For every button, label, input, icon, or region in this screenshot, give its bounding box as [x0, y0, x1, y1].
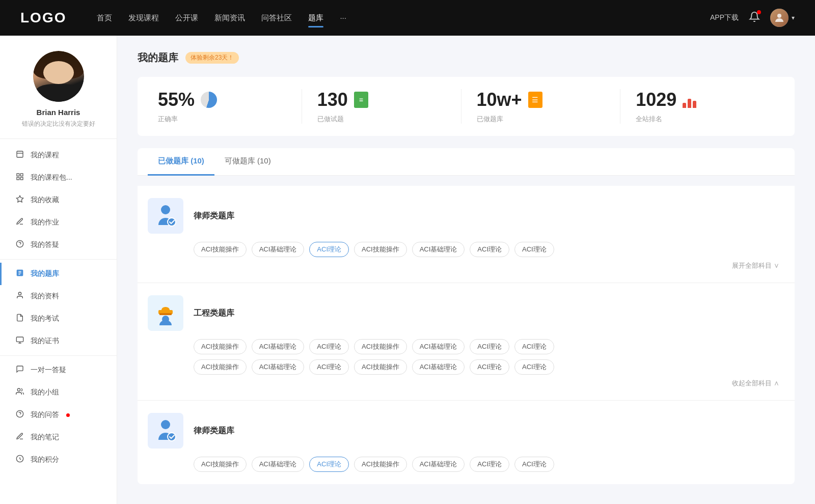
- tag-l2-aci-skill-op-1[interactable]: ACI技能操作: [194, 457, 247, 472]
- bank-expand-lawyer-1[interactable]: 展开全部科目 ∨: [148, 261, 784, 270]
- tag-eng-aci-basic-theory-2[interactable]: ACI基础理论: [412, 339, 465, 354]
- bank-tags-engineer-1-row1: ACI技能操作 ACI基础理论 ACI理论 ACI技能操作 ACI基础理论 AC…: [194, 339, 784, 354]
- sidebar-item-certificate[interactable]: 我的证书: [0, 330, 117, 352]
- tag-aci-skill-op-1[interactable]: ACI技能操作: [194, 242, 247, 257]
- tag-aci-theory-1[interactable]: ACI理论: [470, 242, 509, 257]
- nav-qa[interactable]: 问答社区: [261, 11, 292, 25]
- sidebar-label-group: 我的小组: [31, 388, 59, 397]
- bank-item-engineer-1-header: 工程类题库: [148, 295, 784, 331]
- tag-eng-aci-basic-theory-1[interactable]: ACI基础理论: [252, 339, 305, 354]
- tab-done-banks[interactable]: 已做题库 (10): [148, 148, 214, 176]
- nav-news[interactable]: 新闻资讯: [214, 11, 245, 25]
- svg-rect-3: [17, 174, 19, 176]
- stat-done-questions: 130 ≡ 已做试题: [302, 89, 461, 124]
- sidebar: Brian Harris 错误的决定比没有决定要好 我的课程 我的课程包...: [0, 36, 117, 504]
- tag-eng2-aci-skill-op-2[interactable]: ACI技能操作: [354, 359, 407, 375]
- nav-discover[interactable]: 发现课程: [128, 11, 159, 25]
- bank-collapse-engineer-1[interactable]: 收起全部科目 ∧: [148, 379, 784, 388]
- tag-eng2-aci-basic-theory-2[interactable]: ACI基础理论: [412, 359, 465, 375]
- tag-l2-aci-theory-2[interactable]: ACI理论: [514, 457, 554, 472]
- tag-eng2-aci-theory-3[interactable]: ACI理论: [514, 359, 554, 375]
- sidebar-label-favorites: 我的收藏: [31, 195, 59, 205]
- bank-title-lawyer-1: 律师类题库: [194, 211, 234, 221]
- logo: LOGO: [20, 10, 66, 26]
- sidebar-item-answers[interactable]: 我的答疑: [0, 234, 117, 256]
- tag-l2-aci-theory-1[interactable]: ACI理论: [470, 457, 509, 472]
- tag-aci-skill-op-2[interactable]: ACI技能操作: [354, 242, 407, 257]
- nav-questionbank[interactable]: 题库: [308, 11, 323, 25]
- nav-more[interactable]: ···: [340, 11, 346, 25]
- engineer-icon-1: [154, 301, 177, 325]
- bank-tags-engineer-1-row2: ACI技能操作 ACI基础理论 ACI理论 ACI技能操作 ACI基础理论 AC…: [194, 359, 784, 375]
- profile-avatar: [33, 51, 84, 102]
- bank-item-lawyer-1: 律师类题库 ACI技能操作 ACI基础理论 ACI理论 ACI技能操作 ACI基…: [138, 186, 795, 283]
- bank-title-lawyer-2: 律师类题库: [194, 426, 234, 436]
- tag-aci-theory-active-1[interactable]: ACI理论: [309, 242, 349, 257]
- tag-eng2-aci-basic-theory-1[interactable]: ACI基础理论: [252, 359, 305, 375]
- tab-available-banks[interactable]: 可做题库 (10): [214, 148, 281, 176]
- sidebar-item-notes[interactable]: 我的笔记: [0, 426, 117, 449]
- myquestions-dot: [66, 413, 70, 417]
- user-menu[interactable]: ▾: [770, 9, 795, 27]
- tag-l2-aci-skill-op-2[interactable]: ACI技能操作: [354, 457, 407, 472]
- tag-aci-theory-2[interactable]: ACI理论: [514, 242, 554, 257]
- sidebar-item-profile[interactable]: 我的资料: [0, 285, 117, 307]
- tag-eng-aci-theory-3[interactable]: ACI理论: [514, 339, 554, 354]
- sidebar-item-exam[interactable]: 我的考试: [0, 307, 117, 330]
- svg-point-25: [161, 420, 170, 429]
- stat-rank-value: 1029: [636, 89, 676, 110]
- sidebar-item-my-questions[interactable]: 我的问答: [0, 404, 117, 426]
- tag-eng-aci-skill-op-1[interactable]: ACI技能操作: [194, 339, 247, 354]
- trial-badge: 体验剩余23天！: [185, 52, 239, 64]
- svg-point-20: [161, 205, 170, 214]
- sidebar-item-one-on-one[interactable]: 一对一答疑: [0, 359, 117, 381]
- tag-eng-aci-theory-2[interactable]: ACI理论: [470, 339, 509, 354]
- questionbank-icon: [15, 269, 24, 279]
- stat-done-questions-value: 130: [317, 89, 348, 110]
- tag-aci-basic-theory-2[interactable]: ACI基础理论: [412, 242, 465, 257]
- tag-l2-aci-basic-theory-1[interactable]: ACI基础理论: [252, 457, 305, 472]
- pie-chart-icon: [201, 92, 217, 108]
- sidebar-item-homework[interactable]: 我的作业: [0, 211, 117, 234]
- myquestions-icon: [15, 410, 24, 420]
- bell-button[interactable]: [749, 11, 760, 24]
- tag-eng-aci-theory-1[interactable]: ACI理论: [309, 339, 349, 354]
- stat-done-banks-value: 10w+: [477, 89, 522, 110]
- sidebar-item-group[interactable]: 我的小组: [0, 381, 117, 404]
- app-download-button[interactable]: APP下载: [710, 13, 739, 22]
- nav-home[interactable]: 首页: [97, 11, 112, 25]
- stat-rank-row: 1029: [636, 89, 699, 110]
- nav-open[interactable]: 公开课: [175, 11, 198, 25]
- tag-eng-aci-skill-op-2[interactable]: ACI技能操作: [354, 339, 407, 354]
- sidebar-profile: Brian Harris 错误的决定比没有决定要好: [0, 51, 117, 139]
- tag-eng2-aci-skill-op-1[interactable]: ACI技能操作: [194, 359, 247, 375]
- sidebar-item-question-bank[interactable]: 我的题库: [0, 263, 117, 285]
- tag-eng2-aci-theory-1[interactable]: ACI理论: [309, 359, 349, 375]
- courses-icon: [15, 150, 24, 160]
- tag-aci-basic-theory-1[interactable]: ACI基础理论: [252, 242, 305, 257]
- doc-icon: ≡: [354, 92, 368, 108]
- profile-name: Brian Harris: [37, 108, 80, 117]
- sidebar-item-favorites[interactable]: 我的收藏: [0, 189, 117, 211]
- sidebar-item-points[interactable]: 我的积分: [0, 449, 117, 471]
- notes-icon: [15, 432, 24, 442]
- sidebar-item-courses[interactable]: 我的课程: [0, 144, 117, 166]
- tag-l2-aci-basic-theory-2[interactable]: ACI基础理论: [412, 457, 465, 472]
- svg-point-0: [777, 14, 781, 18]
- bank-item-lawyer-2: 律师类题库 ACI技能操作 ACI基础理论 ACI理论 ACI技能操作 ACI基…: [138, 401, 795, 484]
- stat-rank-label: 全站排名: [636, 115, 662, 124]
- svg-rect-4: [20, 174, 23, 176]
- chart-icon: [683, 92, 699, 108]
- header-nav: 首页 发现课程 公开课 新闻资讯 问答社区 题库 ···: [97, 11, 710, 25]
- page-title: 我的题库: [138, 51, 178, 65]
- tag-eng2-aci-theory-2[interactable]: ACI理论: [470, 359, 509, 375]
- sidebar-label-answers: 我的答疑: [31, 240, 59, 249]
- svg-rect-15: [16, 337, 23, 342]
- oneonone-icon: [15, 365, 24, 375]
- avatar[interactable]: [770, 9, 789, 27]
- tag-l2-aci-theory-active[interactable]: ACI理论: [309, 457, 349, 472]
- sidebar-item-course-pack[interactable]: 我的课程包...: [0, 166, 117, 189]
- stat-rank: 1029 全站排名: [620, 89, 779, 124]
- sidebar-label-homework: 我的作业: [31, 218, 59, 227]
- header: LOGO 首页 发现课程 公开课 新闻资讯 问答社区 题库 ··· APP下载: [0, 0, 815, 36]
